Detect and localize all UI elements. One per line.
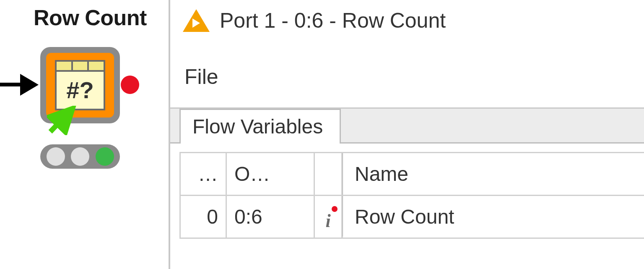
column-header-type[interactable] xyxy=(315,153,343,196)
column-header-owner[interactable]: O… xyxy=(227,153,315,196)
port-output-panel: Port 1 - 0:6 - Row Count File Flow Varia… xyxy=(170,0,644,269)
cell-type[interactable]: i xyxy=(315,196,343,238)
menu-file[interactable]: File xyxy=(184,65,218,89)
status-dot-green xyxy=(96,147,114,166)
node-glyph-text: #? xyxy=(57,72,104,109)
column-header-name[interactable]: Name xyxy=(343,153,644,196)
cell-owner[interactable]: 0:6 xyxy=(227,196,315,238)
node-body: #? xyxy=(46,53,114,118)
status-dot-red xyxy=(47,147,65,166)
flow-variable-out-port-icon[interactable] xyxy=(121,76,139,94)
integer-type-icon: i xyxy=(325,211,330,231)
column-header-index[interactable]: … xyxy=(181,153,227,196)
row-count-node-icon: #? xyxy=(55,60,105,110)
cell-index[interactable]: 0 xyxy=(181,196,227,238)
cell-name[interactable]: Row Count xyxy=(343,196,644,238)
node-input-connector xyxy=(0,83,21,86)
node[interactable]: #? xyxy=(40,47,120,123)
node-status-indicator xyxy=(40,144,120,169)
warning-play-icon xyxy=(183,9,210,32)
tab-strip: Flow Variables xyxy=(170,107,644,144)
flow-variable-marker-icon xyxy=(332,206,338,212)
flow-variables-table[interactable]: … O… Name Val 0 0:6 i Row Count 42 xyxy=(179,152,644,239)
tab-flow-variables[interactable]: Flow Variables xyxy=(179,109,341,144)
status-dot-yellow xyxy=(71,147,89,166)
workflow-canvas[interactable]: Row Count #? xyxy=(0,0,170,269)
panel-title: Port 1 - 0:6 - Row Count xyxy=(220,8,446,33)
node-title: Row Count xyxy=(12,5,169,30)
node-input-port-icon[interactable] xyxy=(20,74,39,96)
